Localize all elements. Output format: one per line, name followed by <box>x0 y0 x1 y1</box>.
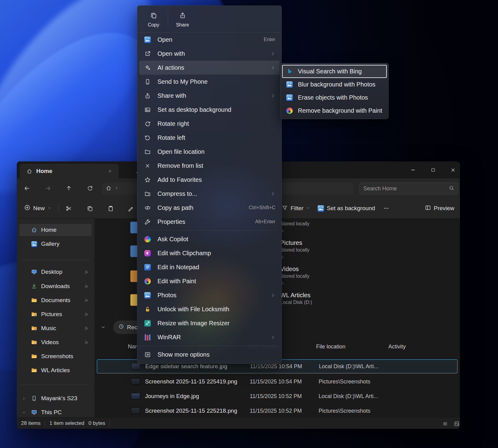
sidebar-item-videos[interactable]: Videos <box>19 336 92 348</box>
menu-item-send-to-phone[interactable]: Send to My Phone <box>139 75 280 89</box>
breadcrumb-home-icon[interactable] <box>106 185 111 192</box>
details-view-button[interactable] <box>440 420 450 428</box>
folder-icon <box>31 353 37 360</box>
back-button[interactable] <box>20 182 33 195</box>
cut-button[interactable] <box>62 202 75 215</box>
menu-item-open-with[interactable]: Open with <box>139 47 280 61</box>
share-icon <box>144 92 151 99</box>
submenu-item-remove-background-paint[interactable]: Remove background with Paint <box>282 104 387 117</box>
menu-item-ai-actions[interactable]: AI actions <box>139 61 280 75</box>
clipchamp-icon <box>144 250 151 257</box>
paste-button[interactable] <box>104 202 117 215</box>
copy-quick-button[interactable]: Copy <box>140 9 167 30</box>
pinned-card-status: Local Disk (D:) <box>280 300 372 306</box>
menu-item-winrar[interactable]: WinRAR <box>139 330 280 344</box>
menu-item-photos[interactable]: Photos <box>139 288 280 302</box>
tab-home[interactable]: Home <box>20 164 119 178</box>
copy-button[interactable] <box>83 202 96 215</box>
chevron-right-icon <box>271 192 275 196</box>
photos-app-icon <box>144 292 151 299</box>
thumbnail-view-button[interactable] <box>452 420 460 428</box>
shortcut-label: Alt+Enter <box>255 219 275 224</box>
submenu-item-visual-search-bing[interactable]: Visual Search with Bing <box>282 65 387 78</box>
pinned-card-pictures[interactable]: Pictures Stored locally <box>280 239 372 261</box>
tab-close-button[interactable] <box>105 167 115 176</box>
menu-item-edit-with-clipchamp[interactable]: Edit with Clipchamp <box>139 246 280 260</box>
sidebar-item-label: Downloads <box>41 283 70 290</box>
file-row[interactable]: Screenshot 2025-11-15 225218.png 11/15/2… <box>97 404 457 417</box>
sidebar-item-this-pc[interactable]: This PC <box>19 406 92 418</box>
close-button[interactable] <box>446 164 460 176</box>
sidebar-item-downloads[interactable]: Downloads <box>19 280 92 292</box>
pin-icon <box>84 340 89 345</box>
file-thumbnail <box>131 363 140 370</box>
menu-item-resize-image-resizer[interactable]: Resize with Image Resizer <box>139 316 280 330</box>
pinned-card-status: Stored locally <box>280 247 372 253</box>
search-input[interactable] <box>363 185 449 192</box>
file-row[interactable]: Journeys in Edge.jpg 11/15/2025 10:52 PM… <box>97 389 457 403</box>
sidebar-item-music[interactable]: Music <box>19 322 92 334</box>
file-location: Pictures\Screenshots <box>319 379 370 385</box>
chevron-right-icon[interactable] <box>21 396 26 401</box>
pinned-card-videos[interactable]: Videos Stored locally <box>280 266 372 287</box>
pinned-card[interactable]: Stored locally <box>280 219 372 235</box>
menu-item-rotate-left[interactable]: Rotate left <box>139 131 280 145</box>
ai-actions-submenu: Visual Search with Bing Blur background … <box>280 63 389 119</box>
menu-item-properties[interactable]: Properties Alt+Enter <box>139 215 280 229</box>
submenu-item-label: Remove background with Paint <box>298 107 382 114</box>
see-more-button[interactable] <box>380 202 393 215</box>
sidebar-item-documents[interactable]: Documents <box>19 294 92 306</box>
pin-icon <box>280 229 372 235</box>
submenu-item-blur-background-photos[interactable]: Blur background with Photos <box>282 78 387 91</box>
menu-item-unlock-file-locksmith[interactable]: Unlock with File Locksmith <box>139 302 280 316</box>
search-box[interactable] <box>359 182 458 195</box>
sidebar-item-pictures[interactable]: Pictures <box>19 308 92 320</box>
sidebar-item-wl-articles[interactable]: WL Articles <box>19 364 92 376</box>
column-header-activity[interactable]: Activity <box>388 344 406 350</box>
sidebar-item-desktop[interactable]: Desktop <box>19 266 92 278</box>
section-collapse-chevron-icon[interactable] <box>100 324 106 330</box>
menu-item-ask-copilot[interactable]: Ask Copilot <box>139 232 280 246</box>
refresh-button[interactable] <box>83 182 96 195</box>
forward-button[interactable] <box>41 182 54 195</box>
pinned-card-wl-articles[interactable]: WL Articles Local Disk (D:) <box>280 292 372 306</box>
clock-icon <box>118 324 124 331</box>
file-row[interactable]: Screenshot 2025-11-15 225419.png 11/15/2… <box>97 375 457 389</box>
menu-item-compress-to[interactable]: Compress to... <box>139 187 280 201</box>
pinned-card-name <box>280 219 372 220</box>
compress-zip-icon <box>144 190 151 197</box>
breadcrumb-chevron-icon <box>115 186 119 191</box>
preview-button[interactable]: Preview <box>422 202 457 215</box>
menu-item-open-file-location[interactable]: Open file location <box>139 145 280 159</box>
sidebar-item-screenshots[interactable]: Screenshots <box>19 350 92 362</box>
minimize-button[interactable] <box>406 164 420 176</box>
item-count: 28 items <box>21 420 41 426</box>
column-header-file-location[interactable]: File location <box>316 344 345 350</box>
downloads-icon <box>31 283 37 290</box>
menu-divider <box>142 346 277 346</box>
sidebar-item-gallery[interactable]: Gallery <box>19 238 92 250</box>
menu-item-set-desktop-background[interactable]: Set as desktop background <box>139 103 280 117</box>
filter-button[interactable]: Filter <box>279 202 313 215</box>
status-bar: 28 items 1 item selected 0 bytes <box>17 417 460 429</box>
submenu-item-erase-objects-photos[interactable]: Erase objects with Photos <box>282 91 387 104</box>
menu-item-remove-from-list[interactable]: Remove from list <box>139 159 280 173</box>
chevron-down-icon[interactable] <box>21 410 26 415</box>
menu-item-open[interactable]: Open Enter <box>139 33 280 47</box>
up-button[interactable] <box>62 182 75 195</box>
sidebar-item-phone-device[interactable]: Mayank's S23 <box>19 392 92 404</box>
menu-item-show-more-options[interactable]: Show more options <box>139 347 280 362</box>
menu-item-edit-with-paint[interactable]: Edit with Paint <box>139 274 280 288</box>
rename-button[interactable] <box>125 202 137 215</box>
menu-item-copy-as-path[interactable]: Copy as path Ctrl+Shift+C <box>139 201 280 215</box>
maximize-button[interactable] <box>426 164 440 176</box>
sidebar-item-home[interactable]: Home <box>19 224 92 236</box>
menu-item-share-with[interactable]: Share with <box>139 89 280 103</box>
menu-item-add-to-favorites[interactable]: Add to Favorites <box>139 173 280 187</box>
set-as-background-button[interactable]: Set as background <box>315 202 378 215</box>
new-button-label: New <box>33 205 45 212</box>
share-quick-button[interactable]: Share <box>169 9 196 30</box>
menu-item-rotate-right[interactable]: Rotate right <box>139 117 280 131</box>
menu-item-edit-in-notepad[interactable]: Edit in Notepad <box>139 260 280 274</box>
new-button[interactable]: New <box>21 202 55 215</box>
